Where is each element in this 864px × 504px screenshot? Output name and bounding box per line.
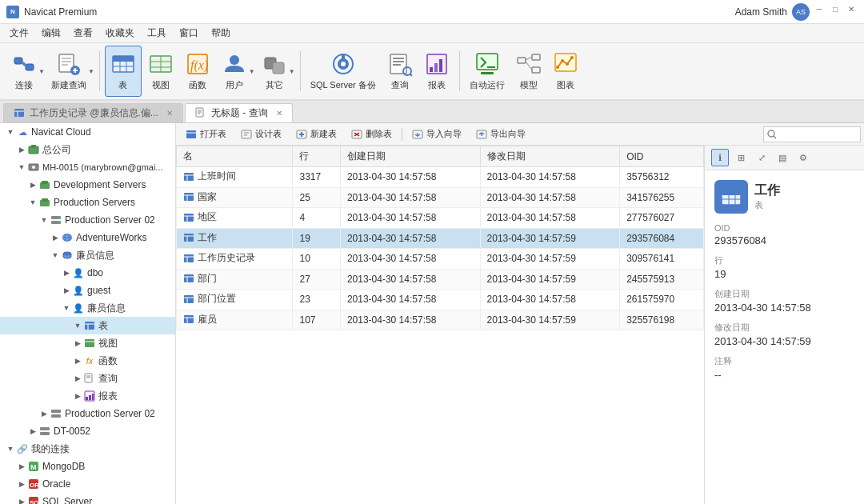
menu-favorites[interactable]: 收藏夹: [99, 24, 141, 42]
toolbar-chartview[interactable]: 图表: [548, 46, 583, 97]
sidebar-item-company[interactable]: ▶ 总公司: [0, 141, 175, 158]
toolbar-query2[interactable]: 查询: [382, 46, 418, 97]
menu-view[interactable]: 查看: [67, 24, 99, 42]
right-tab-ddn[interactable]: ⊞: [732, 149, 750, 166]
sidebar-item-views[interactable]: ▶ 视图: [0, 334, 175, 352]
sidebar-item-mongodb[interactable]: ▶ M MongoDB: [0, 458, 175, 475]
right-tab-cols[interactable]: ▤: [774, 149, 791, 166]
table-row[interactable]: 工作192013-04-30 14:57:582013-04-30 14:57:…: [177, 228, 704, 249]
new-table-button[interactable]: 新建表: [290, 126, 343, 143]
expand-navicat-cloud[interactable]: ▼: [5, 126, 16, 138]
expand-mh0015[interactable]: ▼: [16, 162, 27, 173]
open-table-button[interactable]: 打开表: [179, 126, 233, 143]
export-wizard-button[interactable]: 导出向导: [470, 126, 532, 143]
tab-history[interactable]: 工作历史记录 @廉员信息.偏... ✕: [3, 103, 183, 122]
col-modified[interactable]: 修改日期: [480, 146, 620, 167]
tab-query[interactable]: 无标题 - 查询 ✕: [185, 103, 293, 122]
import-wizard-button[interactable]: 导入向导: [406, 126, 468, 143]
sidebar-item-my-connections[interactable]: ▼ 🔗 我的连接: [0, 440, 175, 458]
expand-functions[interactable]: ▶: [72, 355, 83, 366]
sidebar-item-guest[interactable]: ▶ 👤 guest: [0, 282, 175, 299]
table-row[interactable]: 国家252013-04-30 14:57:582013-04-30 14:57:…: [177, 187, 704, 208]
menu-window[interactable]: 窗口: [173, 24, 205, 42]
delete-table-button[interactable]: 删除表: [345, 126, 398, 143]
col-name[interactable]: 名: [177, 146, 293, 167]
sidebar-item-dbo[interactable]: ▶ 👤 dbo: [0, 264, 175, 282]
toolbar-newquery[interactable]: 新建查询: [46, 46, 91, 97]
expand-employee-schema[interactable]: ▼: [61, 302, 72, 314]
toolbar-autorun[interactable]: 自动运行: [465, 46, 510, 97]
table-row[interactable]: 雇员1072013-04-30 14:57:582013-04-30 14:57…: [177, 310, 704, 330]
expand-tables[interactable]: ▼: [72, 320, 83, 331]
toolbar-other-arrow[interactable]: ▼: [289, 68, 295, 75]
col-created[interactable]: 创建日期: [340, 146, 480, 167]
sidebar-item-functions[interactable]: ▶ fx 函数: [0, 352, 175, 370]
sidebar-item-adventureworks[interactable]: ▶ AdventureWorks: [0, 229, 175, 246]
sidebar-item-employee-db[interactable]: ▼ 廉员信息: [0, 246, 175, 264]
toolbar-backup[interactable]: SQL Server 备份: [306, 46, 381, 97]
menu-edit[interactable]: 编辑: [35, 24, 67, 42]
expand-employee-db[interactable]: ▼: [50, 250, 61, 261]
menu-file[interactable]: 文件: [3, 24, 35, 42]
expand-my-connections[interactable]: ▼: [5, 443, 16, 454]
maximize-button[interactable]: □: [829, 3, 842, 16]
design-table-button[interactable]: 设计表: [234, 126, 288, 143]
sidebar-item-prod-server-02b[interactable]: ▶ Production Server 02: [0, 405, 175, 422]
expand-reports[interactable]: ▶: [72, 390, 83, 402]
table-row[interactable]: 地区42013-04-30 14:57:582013-04-30 14:57:5…: [177, 208, 704, 229]
toolbar-user[interactable]: 用户: [217, 46, 252, 97]
sidebar-item-prod-servers[interactable]: ▼ Production Servers: [0, 194, 175, 211]
toolbar-report[interactable]: 报表: [419, 46, 454, 97]
sidebar-item-reports[interactable]: ▶ 报表: [0, 387, 175, 405]
right-tab-info[interactable]: ℹ: [711, 149, 729, 166]
expand-queries[interactable]: ▶: [72, 373, 83, 384]
expand-guest[interactable]: ▶: [61, 285, 72, 296]
expand-mongodb[interactable]: ▶: [16, 461, 27, 472]
col-oid[interactable]: OID: [620, 146, 704, 167]
sidebar-item-sqlserver[interactable]: ▶ SQ SQL Server: [0, 493, 175, 504]
expand-sqlserver[interactable]: ▶: [16, 496, 27, 504]
sidebar-item-oracle[interactable]: ▶ OR Oracle: [0, 475, 175, 493]
menu-help[interactable]: 帮助: [205, 24, 237, 42]
tab-query-close[interactable]: ✕: [276, 109, 282, 118]
table-row[interactable]: 上班时间33172013-04-30 14:57:582013-04-30 14…: [177, 167, 704, 188]
expand-prod-server-02[interactable]: ▼: [38, 214, 50, 226]
table-row[interactable]: 部门位置232013-04-30 14:57:582013-04-30 14:5…: [177, 290, 704, 310]
expand-company[interactable]: ▶: [16, 144, 27, 155]
toolbar-other[interactable]: 其它: [257, 46, 292, 97]
expand-prod-servers[interactable]: ▼: [27, 197, 38, 208]
expand-dt0052[interactable]: ▶: [27, 426, 38, 437]
right-tab-settings[interactable]: ⚙: [794, 149, 812, 166]
expand-dbo[interactable]: ▶: [61, 267, 72, 278]
toolbar-newquery-arrow[interactable]: ▼: [88, 68, 94, 75]
toolbar-function[interactable]: f(x) 函数: [180, 46, 215, 97]
expand-dev-servers[interactable]: ▶: [27, 179, 38, 190]
table-row[interactable]: 部门272013-04-30 14:57:582013-04-30 14:57:…: [177, 269, 704, 290]
toolbar-user-arrow[interactable]: ▼: [249, 68, 255, 75]
expand-adventureworks[interactable]: ▶: [50, 232, 61, 243]
sidebar-item-navicat-cloud[interactable]: ▼ ☁ Navicat Cloud: [0, 123, 175, 141]
toolbar-connect-arrow[interactable]: ▼: [38, 68, 45, 75]
toolbar-model[interactable]: 模型: [511, 46, 546, 97]
search-input[interactable]: [777, 130, 857, 139]
sidebar-item-prod-server-02[interactable]: ▼ Production Server 02: [0, 211, 175, 229]
toolbar-connect[interactable]: 连接: [6, 46, 42, 97]
table-row[interactable]: 工作历史记录102013-04-30 14:57:582013-04-30 14…: [177, 249, 704, 270]
expand-prod-server-02b[interactable]: ▶: [38, 408, 50, 419]
tab-history-close[interactable]: ✕: [166, 109, 173, 118]
menu-tools[interactable]: 工具: [141, 24, 173, 42]
sidebar-item-tables[interactable]: ▼ 表: [0, 317, 175, 334]
sidebar-item-queries[interactable]: ▶ 查询: [0, 370, 175, 387]
expand-views[interactable]: ▶: [72, 338, 83, 349]
right-tab-expand[interactable]: ⤢: [753, 149, 770, 166]
sidebar-item-dev-servers[interactable]: ▶ Development Servers: [0, 176, 175, 194]
sidebar-item-mh0015[interactable]: ▼ MH-0015 (marybrown@gmai...: [0, 158, 175, 176]
sidebar-item-dt0052[interactable]: ▶ DT-0052: [0, 422, 175, 440]
toolbar-table[interactable]: 表: [105, 46, 142, 97]
expand-oracle[interactable]: ▶: [16, 478, 27, 490]
minimize-button[interactable]: ─: [813, 3, 826, 16]
close-button[interactable]: ✕: [845, 3, 858, 16]
toolbar-view[interactable]: 视图: [143, 46, 178, 97]
col-rows[interactable]: 行: [293, 146, 340, 167]
sidebar-item-employee-schema[interactable]: ▼ 👤 廉员信息: [0, 299, 175, 317]
